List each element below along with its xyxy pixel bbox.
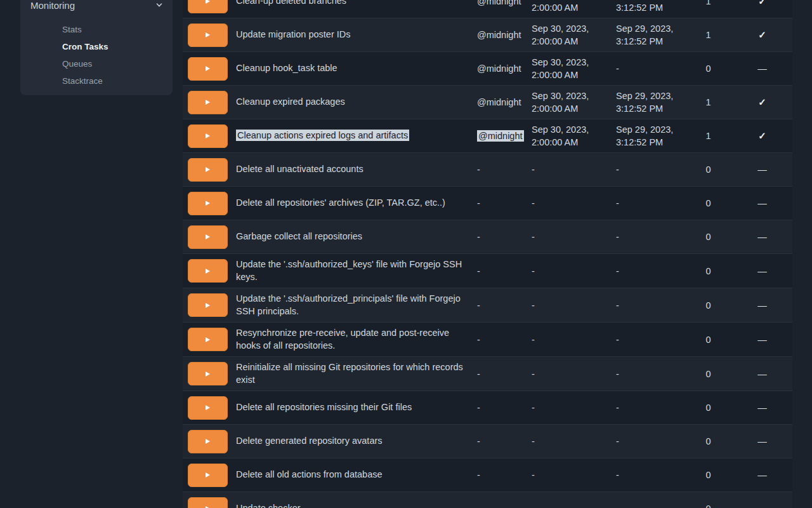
table-row: Update migration poster IDs @midnight Se… xyxy=(183,18,792,52)
play-icon xyxy=(206,0,210,4)
run-task-button[interactable] xyxy=(188,91,228,114)
task-last-run: - xyxy=(610,197,684,210)
task-next-run: - xyxy=(527,401,610,414)
task-name: Cleanup actions expired logs and artifac… xyxy=(236,130,409,141)
task-last-run: - xyxy=(610,163,684,176)
sidebar-item-stacktrace[interactable]: Stacktrace xyxy=(62,76,103,86)
task-status-icon: ✓ xyxy=(732,0,792,7)
task-next-run: - xyxy=(527,469,610,481)
task-exec-count: 0 xyxy=(684,436,732,446)
task-exec-count: 0 xyxy=(684,164,732,175)
cron-tasks-table: Clean-up deleted branches @midnight Sep … xyxy=(183,0,792,508)
task-status-icon: — xyxy=(732,504,792,508)
task-last-run: - xyxy=(610,62,684,75)
play-icon xyxy=(206,371,210,377)
chevron-down-icon xyxy=(155,1,164,10)
table-row: Delete all old actions from database - -… xyxy=(183,458,792,492)
sidebar-section-label: Monitoring xyxy=(30,0,75,11)
task-last-run: Sep 29, 2023, 3:12:52 PM xyxy=(610,90,684,115)
run-task-button[interactable] xyxy=(188,259,228,283)
run-task-button[interactable] xyxy=(188,57,228,81)
table-row: Cleanup actions expired logs and artifac… xyxy=(183,119,792,153)
play-icon xyxy=(206,337,210,342)
run-task-button[interactable] xyxy=(188,396,228,420)
task-schedule: - xyxy=(477,300,480,311)
run-task-button[interactable] xyxy=(188,430,228,453)
task-status-icon: — xyxy=(732,198,792,208)
task-status-icon: — xyxy=(732,164,792,175)
task-exec-count: 0 xyxy=(684,198,732,208)
run-task-button[interactable] xyxy=(188,362,228,385)
run-task-button[interactable] xyxy=(188,124,228,148)
task-name: Delete all old actions from database xyxy=(236,469,383,479)
admin-monitoring-page: Monitoring Stats Cron Tasks Queues Stack… xyxy=(0,0,812,508)
table-row: Cleanup expired packages @midnight Sep 3… xyxy=(183,86,792,119)
play-icon xyxy=(206,439,210,444)
table-row: Clean-up deleted branches @midnight Sep … xyxy=(183,0,792,18)
task-next-run: - xyxy=(527,368,610,380)
task-name: Cleanup hook_task table xyxy=(236,63,337,73)
task-last-run: - xyxy=(610,401,684,414)
task-schedule: - xyxy=(477,470,480,480)
table-row: Update the '.ssh/authorized_keys' file w… xyxy=(183,254,792,288)
task-name: Update migration poster IDs xyxy=(236,29,351,39)
task-exec-count: 0 xyxy=(684,403,732,413)
task-next-run: Sep 30, 2023, 2:00:00 AM xyxy=(527,0,610,14)
task-name: Delete generated repository avatars xyxy=(236,436,383,446)
sidebar-item-stats[interactable]: Stats xyxy=(62,24,82,35)
task-exec-count: 0 xyxy=(684,369,732,379)
task-next-run: - xyxy=(527,502,610,508)
play-icon xyxy=(206,201,210,206)
run-task-button[interactable] xyxy=(188,464,228,487)
sidebar-section-monitoring[interactable]: Monitoring xyxy=(30,0,164,11)
task-last-run: - xyxy=(610,368,684,380)
sidebar-item-queues[interactable]: Queues xyxy=(62,58,92,69)
task-last-run: Sep 29, 2023, 3:12:52 PM xyxy=(610,123,684,149)
run-task-button[interactable] xyxy=(188,23,228,47)
table-row: Garbage collect all repositories - - - 0… xyxy=(183,220,792,254)
task-name: Reinitialize all missing Git repositorie… xyxy=(236,362,463,385)
task-name: Cleanup expired packages xyxy=(236,97,345,107)
task-next-run: - xyxy=(527,163,610,176)
task-name: Update the '.ssh/authorized_keys' file w… xyxy=(236,259,462,282)
task-schedule: - xyxy=(477,504,480,508)
task-schedule: @midnight xyxy=(477,30,521,40)
run-task-button[interactable] xyxy=(188,293,228,317)
task-schedule: - xyxy=(477,436,480,446)
task-schedule: - xyxy=(477,403,480,413)
sidebar-item-cron-tasks[interactable]: Cron Tasks xyxy=(62,41,108,52)
task-exec-count: 0 xyxy=(684,64,732,74)
task-status-icon: — xyxy=(732,300,792,311)
task-exec-count: 1 xyxy=(684,97,732,107)
task-exec-count: 0 xyxy=(684,335,732,345)
task-status-icon: — xyxy=(732,369,792,379)
task-exec-count: 0 xyxy=(684,232,732,242)
task-next-run: - xyxy=(527,435,610,448)
task-last-run: - xyxy=(610,265,684,277)
run-task-button[interactable] xyxy=(188,328,228,351)
run-task-button[interactable] xyxy=(188,225,228,249)
task-next-run: Sep 30, 2023, 2:00:00 AM xyxy=(527,123,610,149)
task-last-run: - xyxy=(610,299,684,312)
table-row: Resynchronize pre-receive, update and po… xyxy=(183,323,792,357)
run-task-button[interactable] xyxy=(188,158,228,182)
task-name: Delete all repositories missing their Gi… xyxy=(236,402,412,412)
table-row: Delete all repositories missing their Gi… xyxy=(183,391,792,425)
run-task-button[interactable] xyxy=(188,192,228,215)
run-task-button[interactable] xyxy=(188,0,228,13)
run-task-button[interactable] xyxy=(188,497,228,508)
play-icon xyxy=(206,405,210,410)
task-next-run: - xyxy=(527,333,610,346)
task-last-run: - xyxy=(610,502,684,508)
task-name: Update the '.ssh/authorized_principals' … xyxy=(236,293,461,316)
task-last-run: - xyxy=(610,333,684,346)
table-row: Update checker - - - 0 — xyxy=(183,492,792,508)
task-next-run: Sep 30, 2023, 2:00:00 AM xyxy=(527,22,610,48)
task-name: Delete all unactivated accounts xyxy=(236,164,363,174)
task-schedule: - xyxy=(477,369,480,379)
task-name: Clean-up deleted branches xyxy=(236,0,346,6)
play-icon xyxy=(206,472,210,478)
task-status-icon: — xyxy=(732,266,792,276)
play-icon xyxy=(206,234,210,239)
task-name: Garbage collect all repositories xyxy=(236,231,362,241)
